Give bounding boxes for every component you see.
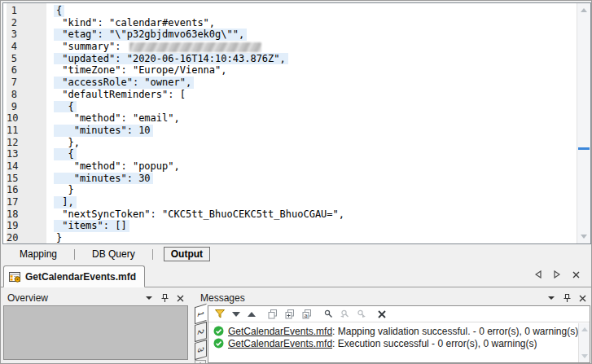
previous-message-icon[interactable] (248, 312, 256, 317)
line-number: 14 (7, 160, 17, 173)
line-number: 5 (7, 53, 17, 65)
view-tab-bar: Mapping DB Query Output (2, 246, 221, 262)
scroll-up-icon[interactable] (581, 327, 588, 331)
code-line[interactable]: "updated": "2020-06-16T14:10:43.876Z", (54, 53, 288, 65)
code-row: 7 "accessRole": "owner", (3, 77, 576, 89)
message-window-tabs: 1 2 3 (194, 305, 208, 363)
code-line[interactable]: "method": "email", (54, 112, 182, 125)
svg-text:a: a (305, 313, 308, 319)
code-line[interactable]: "nextSyncToken": "CKC5tt_BhuoCEKC5tt_Bhu… (54, 208, 347, 221)
message-tab-3[interactable]: 3 (195, 340, 207, 360)
line-number: 7 (7, 77, 17, 89)
overview-menu-icon[interactable] (143, 292, 155, 304)
code-line[interactable]: "method": "popup", (54, 160, 182, 173)
scroll-up-icon[interactable] (581, 8, 587, 12)
code-row: 11 "minutes": 10 (3, 125, 576, 137)
code-line[interactable]: "timeZone": "Europe/Vienna", (54, 64, 230, 77)
code-row: 20} (3, 232, 576, 244)
code-lines: 1{ 2 "kind": "calendar#events", 3 "etag"… (3, 5, 576, 244)
messages-close-icon[interactable] (577, 292, 588, 304)
messages-body: 1 2 3 (194, 305, 590, 363)
spin-up-icon[interactable] (195, 361, 205, 364)
message-row[interactable]: GetCalendarEvents.mfd: Mapping validatio… (208, 325, 590, 337)
line-number: 17 (7, 196, 17, 208)
messages-panel: Messages 1 2 3 (194, 291, 592, 364)
code-line[interactable]: ], (54, 196, 77, 208)
line-number: 16 (7, 184, 17, 196)
redacted-summary-value (129, 42, 261, 52)
editor-vertical-scrollbar[interactable] (577, 3, 590, 243)
messages-vertical-scrollbar[interactable] (578, 323, 590, 362)
code-line[interactable]: "defaultReminders": [ (54, 89, 188, 101)
code-row: 17 ], (3, 196, 576, 208)
code-line[interactable]: { (54, 148, 77, 160)
message-file-link[interactable]: GetCalendarEvents.mfd (228, 338, 332, 349)
find-icon[interactable] (324, 309, 333, 318)
scrollbar-position-marker (578, 147, 590, 150)
panel-title-label: Messages (200, 292, 245, 304)
line-number: 1 (7, 5, 17, 17)
code-line[interactable]: "minutes": 10 (54, 125, 153, 137)
code-line[interactable]: "etag": "\"p32gbjdmvo63ek0g\"", (54, 29, 247, 41)
messages-menu-icon[interactable] (546, 292, 557, 304)
code-row: 15 "minutes": 30 (3, 173, 576, 185)
document-tab-getcalendarevents[interactable]: GetCalendarEvents.mfd (3, 265, 145, 287)
messages-toolbar: a (208, 306, 590, 322)
code-line[interactable]: "minutes": 30 (54, 173, 153, 185)
code-row: 9 { (3, 101, 576, 113)
message-text: : Execution successful - 0 error(s), 0 w… (332, 338, 537, 349)
close-document-icon[interactable] (572, 271, 580, 278)
line-number: 12 (7, 137, 17, 149)
overview-panel: Overview (1, 291, 191, 364)
code-line[interactable]: }, (54, 137, 82, 149)
scroll-down-icon[interactable] (581, 354, 588, 358)
code-line[interactable]: "items": [] (54, 220, 129, 232)
find-next-icon[interactable] (357, 309, 366, 318)
next-message-icon[interactable] (232, 312, 240, 317)
tab-mapping[interactable]: Mapping (2, 246, 74, 262)
code-row: 3 "etag": "\"p32gbjdmvo63ek0g\"", (3, 29, 576, 41)
code-row: 16 } (3, 184, 576, 196)
copy-all-messages-icon[interactable]: a (302, 309, 312, 319)
line-number: 6 (7, 64, 17, 77)
next-document-icon[interactable] (554, 270, 560, 278)
code-line[interactable]: "summary": (54, 41, 129, 53)
clear-messages-icon[interactable] (378, 310, 386, 318)
filter-icon[interactable] (215, 309, 225, 318)
message-tab-spinner (195, 360, 206, 364)
code-line[interactable]: } (54, 232, 64, 244)
output-code-editor[interactable]: 1{ 2 "kind": "calendar#events", 3 "etag"… (2, 2, 591, 244)
overview-close-icon[interactable] (174, 292, 186, 304)
code-line[interactable]: "accessRole": "owner", (54, 77, 194, 89)
message-file-link[interactable]: GetCalendarEvents.mfd (228, 326, 332, 337)
code-row: 14 "method": "popup", (3, 160, 576, 173)
line-number: 9 (7, 101, 17, 113)
copy-message-icon[interactable] (268, 309, 278, 319)
scroll-down-icon[interactable] (581, 235, 587, 239)
messages-pin-icon[interactable] (561, 292, 572, 304)
code-line[interactable]: } (54, 184, 77, 196)
tab-db-query[interactable]: DB Query (75, 246, 152, 262)
overview-pin-icon[interactable] (159, 292, 170, 304)
code-row: 1{ (3, 5, 576, 17)
code-line[interactable]: "kind": "calendar#events", (54, 17, 217, 29)
code-row: 10 "method": "email", (3, 112, 576, 125)
prev-document-icon[interactable] (535, 270, 542, 278)
find-previous-icon[interactable] (340, 309, 349, 318)
tab-output[interactable]: Output (164, 247, 210, 261)
document-tab-label: GetCalendarEvents.mfd (25, 271, 136, 283)
code-row: 8 "defaultReminders": [ (3, 89, 576, 101)
code-row: 19 "items": [] (3, 220, 576, 232)
message-list: GetCalendarEvents.mfd: Mapping validatio… (208, 322, 590, 349)
copy-message-with-children-icon[interactable] (285, 309, 295, 319)
code-line[interactable]: { (54, 5, 64, 17)
line-number: 11 (7, 125, 17, 137)
overview-thumbnail-area[interactable] (3, 305, 188, 360)
code-row: 5 "updated": "2020-06-16T14:10:43.876Z", (3, 53, 576, 65)
messages-title-bar: Messages (194, 291, 592, 305)
code-line[interactable]: { (54, 101, 77, 113)
line-number: 8 (7, 89, 17, 101)
message-row[interactable]: GetCalendarEvents.mfd: Execution success… (208, 337, 590, 349)
line-number: 20 (7, 232, 17, 244)
line-number: 10 (7, 112, 17, 125)
